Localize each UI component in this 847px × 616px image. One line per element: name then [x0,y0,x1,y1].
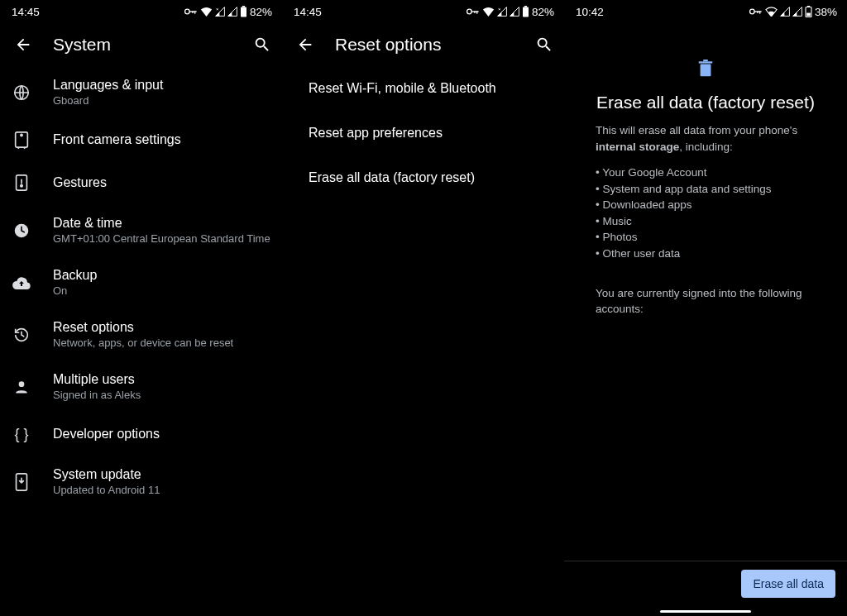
svg-point-12 [19,381,25,387]
svg-rect-3 [192,11,193,13]
svg-rect-16 [476,11,477,13]
back-button[interactable] [12,33,35,56]
bullet-item: Other user data [596,246,824,262]
vpn-key-icon [749,8,763,15]
status-time: 10:42 [576,6,604,18]
wifi-icon [200,7,213,17]
row-gestures[interactable]: Gestures [0,161,282,204]
person-icon [12,377,31,397]
battery-pct: 82% [250,6,272,18]
factory-content: Erase all data (factory reset) This will… [564,23,847,561]
search-button[interactable] [251,33,274,56]
battery-pct: 82% [532,6,554,18]
status-icons: 38% [749,6,837,18]
button-bar: Erase all data [564,561,847,606]
row-system-update[interactable]: System update Updated to Android 11 [0,456,282,508]
signal-1-icon [780,7,790,17]
row-reset-app-prefs[interactable]: Reset app preferences [282,111,564,155]
system-update-icon [12,472,31,492]
battery-icon [805,6,812,17]
row-languages-input[interactable]: Languages & input Gboard [0,66,282,118]
row-sub: GMT+01:00 Central European Standard Time [53,232,270,245]
status-bar: 14:45 82% [282,0,564,23]
svg-rect-18 [524,6,527,7]
wifi-icon [482,7,495,17]
svg-point-20 [750,9,755,14]
status-icons: 82% [184,6,272,18]
status-icons: 82% [467,6,554,18]
signal-2-icon [227,7,237,17]
nav-pill-icon [660,610,751,613]
page-title: System [53,35,232,55]
row-front-camera[interactable]: Front camera settings [0,118,282,161]
row-title: Languages & input [53,78,270,93]
battery-pct: 38% [815,6,837,18]
signal-1-icon [497,7,507,17]
svg-point-0 [185,9,190,14]
nav-bar[interactable] [564,606,847,616]
svg-rect-22 [759,11,760,13]
row-title: Developer options [53,427,270,442]
status-bar: 14:45 82% [0,0,282,23]
row-sub: Updated to Android 11 [53,484,270,496]
svg-rect-5 [241,7,246,17]
row-title: Gestures [53,175,270,190]
wifi-icon [765,7,778,17]
row-multiple-users[interactable]: Multiple users Signed in as Aleks [0,361,282,413]
screen-reset-options: 14:45 82% Reset options Reset Wi-Fi, mob… [282,0,564,616]
bullet-item: System and app data and settings [596,181,824,198]
arrow-back-icon [14,36,32,54]
vpn-key-icon [467,8,480,15]
erase-all-data-button[interactable]: Erase all data [741,570,835,598]
svg-rect-17 [474,11,475,13]
globe-icon [12,83,31,103]
cloud-upload-icon [12,273,31,293]
svg-point-10 [21,184,22,186]
svg-point-14 [467,9,472,14]
braces-icon: { } [12,424,31,444]
battery-icon [522,6,529,17]
gestures-icon [12,173,31,193]
back-button[interactable] [294,33,317,56]
search-icon [535,36,553,54]
row-developer-options[interactable]: { } Developer options [0,413,282,456]
row-erase-all-data[interactable]: Erase all data (factory reset) [282,155,564,200]
svg-rect-28 [699,61,713,63]
factory-heading: Erase all data (factory reset) [587,93,824,112]
row-backup[interactable]: Backup On [0,256,282,308]
row-title: Front camera settings [53,132,270,147]
signal-2-icon [792,7,802,17]
svg-rect-4 [242,6,245,7]
row-reset-options[interactable]: Reset options Network, apps, or device c… [0,308,282,361]
bullet-item: Your Google Account [596,165,824,181]
arrow-back-icon [296,36,314,54]
svg-rect-29 [703,60,708,61]
screen-factory-reset: 10:42 38% Erase all data (factory reset)… [564,0,847,616]
status-bar: 10:42 38% [564,0,847,23]
factory-lead: This will erase all data from your phone… [587,122,824,155]
svg-rect-2 [194,11,195,13]
signal-2-icon [510,7,519,17]
system-list: Languages & input Gboard Front camera se… [0,66,282,508]
row-date-time[interactable]: Date & time GMT+01:00 Central European S… [0,204,282,256]
row-reset-wifi[interactable]: Reset Wi-Fi, mobile & Bluetooth [282,66,564,111]
screen-system: 14:45 82% System Languages & input Gboar… [0,0,282,616]
front-camera-icon [12,130,31,150]
svg-rect-26 [806,13,811,17]
row-title: Multiple users [53,372,270,387]
row-sub: Signed in as Aleks [53,389,270,401]
row-title: System update [53,467,270,482]
clock-icon [12,221,31,241]
svg-point-8 [21,134,22,136]
svg-rect-27 [701,64,711,77]
vpn-key-icon [184,8,198,15]
row-title: Backup [53,268,270,283]
reset-list: Reset Wi-Fi, mobile & Bluetooth Reset ap… [282,66,564,200]
signal-1-icon [215,7,225,17]
page-title: Reset options [335,35,514,55]
search-button[interactable] [533,33,556,56]
row-title: Date & time [53,216,270,231]
svg-rect-19 [523,7,529,17]
app-bar: System [0,23,282,66]
trash-icon [697,60,714,81]
